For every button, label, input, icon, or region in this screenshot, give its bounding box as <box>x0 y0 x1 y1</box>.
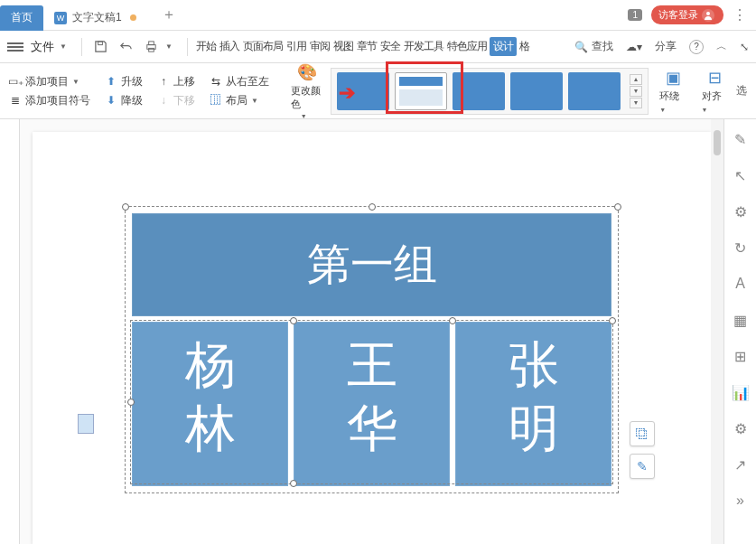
window-menu-icon[interactable]: ⋮ <box>733 6 747 23</box>
promote-icon: ⬆ <box>105 75 117 88</box>
moveup-button[interactable]: ↑上移 <box>157 74 195 89</box>
sp-apps-icon[interactable]: ⊞ <box>732 347 750 365</box>
tab-insert[interactable]: 插入 <box>219 39 240 54</box>
undo-icon[interactable] <box>117 37 136 57</box>
style-option-3[interactable] <box>453 72 505 110</box>
page-nav-icon[interactable] <box>78 414 94 434</box>
smartart-object[interactable]: 第一组 杨林 王华 张明 ⿻ ✎ <box>132 213 611 486</box>
side-panel: ✎ ↖ ⚙ ↻ A ▦ ⊞ 📊 ⚙ ↗ » <box>723 119 756 544</box>
sp-collapse-icon[interactable]: » <box>732 492 750 510</box>
recolor-button[interactable]: 🎨 更改颜色▼ <box>291 62 323 119</box>
wrap-icon: ▣ <box>661 68 685 88</box>
tab-document[interactable]: W 文字文稿1 <box>43 5 149 31</box>
scroll-thumb[interactable] <box>714 130 721 155</box>
bullet-icon: ≣ <box>9 94 22 107</box>
demote-button[interactable]: ⬇降级 <box>105 93 143 108</box>
sp-chart-icon[interactable]: 📊 <box>732 383 750 401</box>
menubar: 文件 ▼ ▼ 开始 插入 页面布局 引用 审阅 视图 章节 安全 开发工具 特色… <box>0 31 756 63</box>
handle-tr[interactable] <box>614 203 621 211</box>
hamburger-icon[interactable] <box>7 42 23 52</box>
cloud-button[interactable]: ☁▾ <box>626 41 642 53</box>
print-icon[interactable] <box>142 37 162 57</box>
smartart-row: 杨林 王华 张明 <box>132 322 611 486</box>
h-ml[interactable] <box>127 399 135 406</box>
search-label: 查找 <box>592 39 613 54</box>
tab-pagelayout[interactable]: 页面布局 <box>242 39 284 54</box>
sp-text-icon[interactable]: A <box>732 275 750 293</box>
layout-button[interactable]: ⿲布局▼ <box>210 93 269 108</box>
h-mm1[interactable] <box>290 317 297 324</box>
add-shape-icon: ▭₊ <box>9 75 22 88</box>
gallery-down-icon[interactable]: ▾ <box>630 86 642 97</box>
float-org-button[interactable]: ⿻ <box>630 421 655 446</box>
cloud-icon: ☁ <box>626 41 637 53</box>
search-button[interactable]: 🔍 查找 <box>574 39 613 54</box>
tab-special[interactable]: 特色应用 <box>446 39 488 54</box>
down-icon: ↓ <box>157 94 170 107</box>
add-item-button[interactable]: ▭₊添加项目▼ <box>9 74 90 89</box>
minimize-ribbon-icon[interactable]: ︿ <box>716 39 727 54</box>
style-option-5[interactable] <box>568 72 621 110</box>
gallery-up-icon[interactable]: ▴ <box>630 74 642 85</box>
style-option-4[interactable] <box>510 72 563 110</box>
document-page[interactable]: 第一组 杨林 王华 张明 ⿻ ✎ <box>33 132 711 544</box>
align-button[interactable]: ⊟ 对齐▼ <box>702 68 729 114</box>
separator <box>81 38 82 56</box>
handle-tl[interactable] <box>122 203 129 211</box>
login-label: 访客登录 <box>658 8 698 22</box>
sp-share-icon[interactable]: ↗ <box>732 455 750 474</box>
svg-point-0 <box>706 12 710 15</box>
h-mm2[interactable] <box>449 317 456 324</box>
tab-more[interactable]: 格 <box>518 39 530 54</box>
tab-view[interactable]: 视图 <box>332 39 354 54</box>
tab-home[interactable]: 首页 <box>0 5 43 31</box>
doc-title: 文字文稿1 <box>72 10 122 25</box>
sp-sliders-icon[interactable]: ⚙ <box>732 419 750 437</box>
scrollbar-vertical[interactable] <box>711 119 723 544</box>
canvas[interactable]: 第一组 杨林 王华 张明 ⿻ ✎ <box>20 119 723 544</box>
h-bm1[interactable] <box>290 480 297 487</box>
word-doc-icon: W <box>54 12 67 24</box>
sp-edit-icon[interactable]: ✎ <box>732 130 750 148</box>
titlebar: 首页 W 文字文稿1 ＋ 1 访客登录 ⋮ <box>0 0 756 31</box>
svg-rect-3 <box>149 42 154 45</box>
workspace: 第一组 杨林 王华 张明 ⿻ ✎ <box>0 119 723 544</box>
help-button[interactable]: ? <box>689 40 704 54</box>
promote-button[interactable]: ⬆升级 <box>105 74 143 89</box>
qat-more-icon[interactable]: ▼ <box>165 42 173 51</box>
handle-tm[interactable] <box>369 203 376 211</box>
tab-security[interactable]: 安全 <box>379 39 401 54</box>
tab-start[interactable]: 开始 <box>195 39 217 54</box>
rtl-button[interactable]: ⇆从右至左 <box>210 74 269 89</box>
floating-toolbar: ⿻ ✎ <box>630 421 655 479</box>
share-button[interactable]: 分享 <box>655 39 677 54</box>
sp-select-icon[interactable]: ↖ <box>732 166 750 184</box>
tab-design[interactable]: 设计 <box>490 37 517 56</box>
movedown-button: ↓下移 <box>157 93 195 108</box>
style-option-2[interactable] <box>395 72 447 110</box>
save-icon[interactable] <box>91 37 111 57</box>
group-move: ↑上移 ↓下移 <box>157 74 195 108</box>
h-mr[interactable] <box>609 317 616 324</box>
tab-devtools[interactable]: 开发工具 <box>403 39 444 54</box>
recolor-icon: 🎨 <box>295 62 319 82</box>
add-bullet-button[interactable]: ≣添加项目符号 <box>9 93 90 108</box>
file-menu[interactable]: 文件 <box>31 39 54 55</box>
row-selection[interactable] <box>130 320 613 484</box>
select-button[interactable]: 选 <box>736 83 747 98</box>
gallery-more-icon[interactable]: ▾ <box>630 98 642 108</box>
tab-review[interactable]: 审阅 <box>309 39 331 54</box>
wrap-button[interactable]: ▣ 环绕▼ <box>659 68 686 114</box>
new-tab-button[interactable]: ＋ <box>156 3 182 28</box>
sp-rotate-icon[interactable]: ↻ <box>732 239 750 257</box>
sp-grid-icon[interactable]: ▦ <box>732 311 750 329</box>
guest-login-button[interactable]: 访客登录 <box>651 5 723 24</box>
float-edit-button[interactable]: ✎ <box>630 454 655 479</box>
tab-section[interactable]: 章节 <box>356 39 378 54</box>
expand-icon[interactable]: ⤡ <box>740 41 749 53</box>
sp-gear-icon[interactable]: ⚙ <box>732 202 750 220</box>
file-dropdown-icon[interactable]: ▼ <box>60 42 67 51</box>
notification-badge[interactable]: 1 <box>628 9 642 21</box>
style-gallery: ▴ ▾ ▾ ➔ <box>331 68 649 115</box>
tab-reference[interactable]: 引用 <box>285 39 307 54</box>
